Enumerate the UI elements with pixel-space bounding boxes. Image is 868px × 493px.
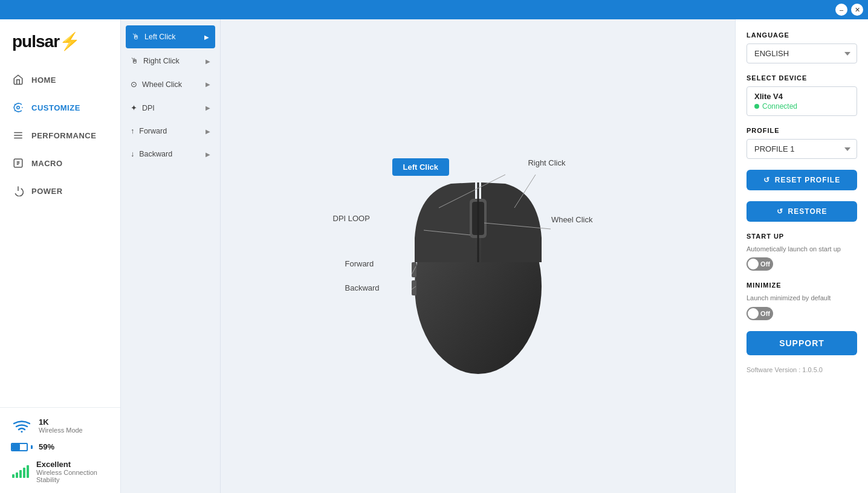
right-click-icon: 🖱 (131, 57, 138, 65)
sidebar-item-performance-label: PERFORMANCE (31, 131, 96, 140)
submenu-label-left-click: Left Click (144, 33, 175, 41)
battery-status: 59% (12, 442, 108, 451)
support-button[interactable]: SUPPORT (747, 331, 857, 355)
device-box: Xlite V4 Connected (747, 86, 857, 116)
chevron-right-icon-5: ▶ (206, 128, 210, 135)
submenu-item-dpi[interactable]: ✦ DPI ▶ (121, 96, 220, 120)
startup-section: START UP Autometically launch on start u… (747, 233, 857, 271)
sidebar-item-macro[interactable]: MACRO (0, 149, 120, 177)
signal-label: Excellent (36, 460, 108, 469)
startup-desc: Autometically launch on start up (747, 245, 857, 254)
battery-body (11, 443, 28, 451)
restore-button[interactable]: ↺ RESTORE (747, 201, 857, 222)
main-content: Left Click Right Click DPI LOOP Wheel Cl… (221, 19, 735, 493)
nav-menu: HOME CUSTOMIZE PERFORMANCE MACRO (0, 61, 120, 407)
submenu-label-dpi: DPI (142, 104, 155, 112)
restore-icon: ↺ (777, 207, 783, 216)
minimize-section-label: MINIMIZE (747, 282, 857, 289)
sidebar-item-power-label: POWER (31, 187, 63, 196)
reset-profile-button[interactable]: ↺ RESET PROFILE (747, 170, 857, 190)
profile-select[interactable]: PROFILE 1 PROFILE 2 PROFILE 3 PROFILE 4 (747, 139, 857, 159)
minimize-toggle-knob (748, 308, 759, 319)
battery-fill (12, 444, 20, 450)
forward-icon: ↑ (131, 127, 134, 135)
submenu-label-wheel-click: Wheel Click (142, 80, 182, 89)
reset-profile-label: RESET PROFILE (775, 176, 840, 184)
sidebar-item-customize-label: CUSTOMIZE (31, 103, 80, 112)
left-click-button[interactable]: Left Click (392, 158, 450, 176)
wireless-mode-sub: Wireless Mode (39, 427, 83, 434)
sidebar-item-customize[interactable]: CUSTOMIZE (0, 94, 120, 121)
logo: pulsar⚡ (12, 32, 80, 51)
svg-line-14 (514, 175, 536, 208)
submenu-panel: 🖱 Left Click ▶ 🖱 Right Click ▶ ⊙ Wheel C… (121, 19, 221, 493)
svg-rect-8 (470, 199, 487, 238)
battery-tip (31, 445, 33, 449)
submenu-item-left-click[interactable]: 🖱 Left Click ▶ (126, 25, 215, 48)
submenu-item-wheel-click[interactable]: ⊙ Wheel Click ▶ (121, 72, 220, 96)
select-device-label: SELECT DEVICE (747, 74, 857, 82)
startup-toggle-knob (748, 259, 759, 269)
logo-area: pulsar⚡ (0, 19, 120, 61)
device-status: Connected (754, 102, 849, 111)
device-section: SELECT DEVICE Xlite V4 Connected (747, 74, 857, 116)
chevron-right-icon: ▶ (204, 34, 209, 40)
version-text: Software Version : 1.0.5.0 (747, 366, 857, 373)
battery-pct-label: 59% (39, 442, 54, 451)
home-icon (12, 74, 24, 86)
chevron-right-icon-6: ▶ (206, 151, 210, 158)
sidebar: pulsar⚡ HOME CUSTOMIZE PERFORMANCE (0, 19, 121, 493)
power-icon (12, 185, 24, 197)
svg-line-16 (424, 230, 470, 235)
customize-icon (12, 102, 24, 114)
close-button[interactable]: ✕ (851, 4, 863, 16)
device-status-text: Connected (762, 102, 797, 111)
dpi-loop-label: DPI LOOP (333, 214, 370, 223)
restore-label: RESTORE (788, 207, 828, 216)
language-section: LANGUAGE ENGLISH KOREAN CHINESE (747, 31, 857, 63)
profile-section: PROFILE PROFILE 1 PROFILE 2 PROFILE 3 PR… (747, 127, 857, 159)
svg-line-13 (439, 175, 505, 208)
wireless-mode-status: 1K Wireless Mode (12, 417, 108, 434)
svg-line-15 (484, 223, 551, 229)
sidebar-item-macro-label: MACRO (31, 159, 63, 168)
mouse-diagram: Left Click Right Click DPI LOOP Wheel Cl… (297, 81, 659, 431)
app-body: pulsar⚡ HOME CUSTOMIZE PERFORMANCE (0, 19, 868, 493)
backward-icon: ↓ (131, 150, 134, 158)
signal-sub: Wireless Connection Stability (36, 469, 108, 483)
startup-section-label: START UP (747, 233, 857, 240)
svg-line-18 (412, 286, 416, 289)
svg-point-7 (415, 199, 542, 374)
wifi-icon (12, 419, 31, 433)
right-panel: LANGUAGE ENGLISH KOREAN CHINESE SELECT D… (735, 19, 868, 493)
sidebar-status: 1K Wireless Mode 59% (0, 407, 120, 493)
signal-icon (12, 465, 29, 478)
startup-toggle[interactable]: Off (747, 257, 773, 271)
macro-icon (12, 157, 24, 169)
language-select[interactable]: ENGLISH KOREAN CHINESE (747, 44, 857, 63)
submenu-item-backward[interactable]: ↓ Backward ▶ (121, 143, 220, 166)
svg-point-6 (21, 431, 23, 433)
wireless-mode-label: 1K (39, 417, 83, 427)
sidebar-item-power[interactable]: POWER (0, 177, 120, 205)
chevron-right-icon-2: ▶ (206, 58, 210, 65)
profile-label: PROFILE (747, 127, 857, 134)
chevron-right-icon-3: ▶ (206, 81, 210, 88)
minimize-desc: Launch minimized by default (747, 294, 857, 303)
chevron-right-icon-4: ▶ (206, 105, 210, 111)
submenu-item-right-click[interactable]: 🖱 Right Click ▶ (121, 50, 220, 72)
svg-rect-11 (412, 262, 416, 277)
minimize-button[interactable]: – (835, 4, 847, 16)
minimize-toggle[interactable]: Off (747, 307, 773, 320)
submenu-label-forward: Forward (139, 127, 167, 135)
language-label: LANGUAGE (747, 31, 857, 39)
sidebar-item-performance[interactable]: PERFORMANCE (0, 121, 120, 149)
wheel-click-icon: ⊙ (131, 80, 137, 89)
device-name: Xlite V4 (754, 92, 849, 101)
titlebar: – ✕ (0, 0, 868, 19)
dpi-icon: ✦ (131, 103, 137, 112)
submenu-item-forward[interactable]: ↑ Forward ▶ (121, 120, 220, 143)
backward-label: Backward (345, 283, 380, 292)
sidebar-item-home[interactable]: HOME (0, 66, 120, 94)
minimize-section: MINIMIZE Launch minimized by default Off (747, 282, 857, 320)
